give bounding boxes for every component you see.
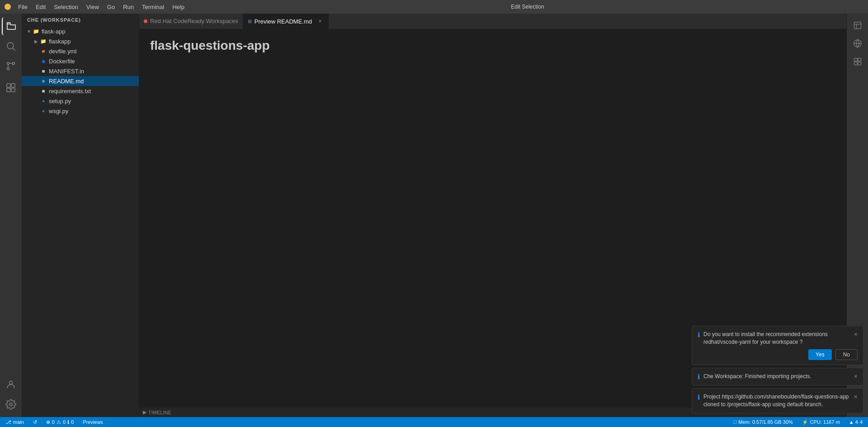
notification-no-button[interactable]: No [835, 349, 858, 360]
right-bar-plugin[interactable] [849, 53, 866, 70]
svg-rect-11 [854, 22, 861, 29]
status-bar: ⎇ main ↺ ⊗ 0 ⚠ 0 ℹ 0 Previews □ Mem: 0.5… [0, 417, 868, 427]
file-tree: ▼ 📁 flask-app ▶ 📁 flaskapp ▶ ■ devfile.y… [22, 26, 139, 116]
tree-requirements[interactable]: ▶ ■ requirements.txt [22, 86, 139, 96]
info-icon: ℹ [67, 419, 69, 425]
status-previews-label: Previews [83, 419, 103, 425]
notification-clone-text: Project https://github.com/shaneboulden/… [703, 393, 850, 408]
tab-redhat[interactable]: Red Hat CodeReady Workspaces [139, 14, 243, 29]
svg-point-3 [7, 68, 9, 70]
status-col-label: 4 [860, 419, 863, 425]
file-icon-requirements: ■ [40, 87, 47, 95]
menu-selection[interactable]: Selection [50, 3, 81, 11]
status-warnings-count: 0 [63, 419, 66, 425]
file-icon-devfile: ■ [40, 47, 47, 55]
right-bar-new-window[interactable] [849, 17, 866, 33]
activity-settings[interactable] [2, 395, 20, 413]
status-branch[interactable]: ⎇ main [4, 417, 26, 427]
status-info-count: 0 [71, 419, 74, 425]
menu-help[interactable]: Help [169, 3, 188, 11]
tree-readme[interactable]: ▶ ■ README.md [22, 76, 139, 86]
svg-point-10 [9, 403, 12, 406]
error-icon: ⊗ [46, 419, 50, 425]
arrow-flask-app: ▼ [25, 29, 33, 34]
tree-flask-app[interactable]: ▼ 📁 flask-app [22, 26, 139, 36]
activity-source-control[interactable] [2, 57, 20, 75]
sidebar: CHE (WORKSPACE) ▼ 📁 flask-app ▶ 📁 flaska… [22, 14, 139, 417]
menu-view[interactable]: View [83, 3, 103, 11]
status-memory[interactable]: □ Mem: 0.57/1.85 GB 30% [732, 417, 795, 427]
status-cpu-label: CPU: 1167 m [810, 419, 840, 425]
tree-item-label-readme: README.md [49, 78, 139, 85]
warning-icon: ⚠ [57, 419, 61, 425]
notifications-container: ℹ Do you want to install the recommended… [692, 326, 863, 413]
tree-item-label-manifest: MANIFEST.in [49, 68, 139, 75]
menu-run[interactable]: Run [119, 3, 137, 11]
notification-close-2[interactable]: × [854, 373, 858, 380]
svg-rect-5 [7, 84, 10, 87]
timeline-label-text: TIMELINE [148, 410, 171, 415]
status-previews[interactable]: Previews [81, 417, 105, 427]
svg-point-0 [7, 43, 14, 49]
status-sync[interactable]: ↺ [31, 417, 39, 427]
tree-item-label-flask-app: flask-app [42, 28, 139, 35]
tree-dockerfile[interactable]: ▶ ◆ Dockerfile [22, 56, 139, 66]
notification-close-3[interactable]: × [854, 393, 858, 400]
menu-edit[interactable]: Edit [32, 3, 49, 11]
status-line-label: ▲ 4 [849, 419, 858, 425]
notification-ext-install: ℹ Do you want to install the recommended… [692, 326, 863, 365]
tab-close-button[interactable]: × [316, 18, 324, 25]
menu-file[interactable]: File [14, 3, 31, 11]
tree-item-label-dockerfile: Dockerfile [49, 58, 139, 65]
folder-icon-flask-app: 📁 [33, 28, 40, 35]
title-bar: File Edit Selection View Go Run Terminal… [0, 0, 868, 14]
file-icon-setup: ● [40, 97, 47, 104]
tree-setup[interactable]: ▶ ● setup.py [22, 96, 139, 106]
status-errors[interactable]: ⊗ 0 ⚠ 0 ℹ 0 [44, 417, 75, 427]
activity-explorer[interactable] [2, 17, 20, 35]
svg-rect-6 [11, 84, 15, 87]
status-cpu[interactable]: ⚡ CPU: 1167 m [800, 417, 842, 427]
svg-rect-8 [11, 88, 15, 92]
tree-manifest[interactable]: ▶ ■ MANIFEST.in [22, 66, 139, 76]
activity-search[interactable] [2, 37, 20, 55]
timeline-toggle[interactable]: ▶ TIMELINE [143, 409, 171, 415]
menu-go[interactable]: Go [104, 3, 118, 11]
svg-rect-13 [858, 58, 861, 62]
status-line-col[interactable]: ▲ 4 4 [847, 417, 864, 427]
activity-account[interactable] [2, 375, 20, 394]
timeline-chevron-icon: ▶ [143, 409, 146, 415]
right-bar-remote[interactable] [849, 35, 866, 52]
status-memory-label: Mem: 0.57/1.85 GB 30% [738, 419, 793, 425]
memory-icon: □ [734, 419, 737, 425]
file-icon-readme: ■ [40, 77, 47, 85]
notification-import: ℹ Che Workspace: Finished importing proj… [692, 368, 863, 385]
notification-actions-1: Yes No [698, 349, 858, 360]
menu-bar: File Edit Selection View Go Run Terminal… [14, 3, 188, 11]
notification-close-1[interactable]: × [854, 331, 858, 338]
folder-icon-flaskapp: 📁 [40, 38, 47, 45]
file-icon-manifest: ■ [40, 67, 47, 75]
arrow-flaskapp: ▶ [33, 39, 40, 44]
tree-item-label-setup: setup.py [49, 98, 139, 104]
redhat-dot-icon [144, 19, 147, 23]
cpu-icon: ⚡ [802, 419, 808, 425]
svg-rect-12 [854, 58, 857, 62]
notification-clone: ℹ Project https://github.com/shaneboulde… [692, 388, 863, 413]
tree-wsgi[interactable]: ▶ ● wsgi.py [22, 106, 139, 116]
sidebar-header: CHE (WORKSPACE) [22, 14, 139, 26]
file-icon-dockerfile: ◆ [40, 57, 47, 65]
tree-devfile[interactable]: ▶ ■ devfile.yml [22, 46, 139, 56]
notification-yes-button[interactable]: Yes [808, 349, 832, 360]
svg-point-9 [9, 381, 13, 384]
activity-bar [0, 14, 22, 417]
window-title: Edit Selection [192, 4, 863, 10]
file-icon-wsgi: ● [40, 107, 47, 114]
activity-extensions[interactable] [2, 79, 20, 97]
tree-flaskapp[interactable]: ▶ 📁 flaskapp [22, 36, 139, 46]
tab-redhat-label: Red Hat CodeReady Workspaces [150, 18, 238, 24]
tree-item-label-wsgi: wsgi.py [49, 108, 139, 114]
menu-terminal[interactable]: Terminal [138, 3, 168, 11]
status-branch-label: main [13, 419, 24, 425]
tab-preview-readme[interactable]: ⊞ Preview README.md × [243, 14, 329, 29]
